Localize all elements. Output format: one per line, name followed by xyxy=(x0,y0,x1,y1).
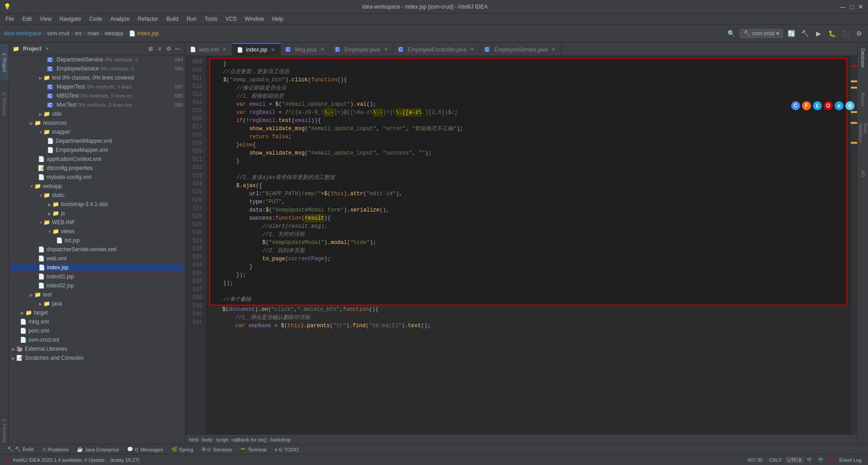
tab-webxml[interactable]: 📄 web.xml ✕ xyxy=(185,43,232,56)
ie-icon[interactable]: e xyxy=(835,101,844,110)
sidebar-item-WEBINF[interactable]: ▼ 📁 WEB-INF xyxy=(9,218,185,227)
sidebar-item-pomxml[interactable]: 📄 pom.xml xyxy=(9,326,185,335)
status-s-item[interactable]: S xyxy=(827,456,836,464)
sidebar-item-mapper[interactable]: ▼ 📁 mapper xyxy=(9,127,185,136)
editor-bc-script[interactable]: script xyxy=(216,437,228,442)
sidebar-item-dispatcherServlet[interactable]: 📄 dispatcherServlet-servlet.xml xyxy=(9,245,185,254)
tab-employeejava[interactable]: C Employee.java ✕ xyxy=(330,43,394,56)
bc-item-2[interactable]: ssm-crud xyxy=(47,30,69,37)
sidebar-item-mbgxml[interactable]: 📄 mbg.xml xyxy=(9,317,185,326)
editor-bc-body[interactable]: body xyxy=(202,437,212,442)
sidebar-item-MBGTest[interactable]: C MBGTest 0% methods, 0 lines co 588 xyxy=(9,91,185,100)
maximize-button[interactable]: □ xyxy=(848,3,855,10)
menu-item-window[interactable]: Window xyxy=(241,15,268,23)
sidebar-item-js[interactable]: ▶ 📁 js xyxy=(9,209,185,218)
database-panel-icon[interactable]: Database xyxy=(859,44,868,71)
bc-item-6[interactable]: 📄 index.jsp xyxy=(129,30,159,37)
sidebar-ctrl-2[interactable]: ≡ xyxy=(156,45,163,52)
sidebar-item-utils[interactable]: ▶ 📁 utils xyxy=(9,109,185,118)
sidebar-item-appContext[interactable]: 📄 applicationContext.xml xyxy=(9,155,185,164)
sidebar-ctrl-hide[interactable]: — xyxy=(174,45,181,52)
menu-item-tools[interactable]: Tools xyxy=(201,15,221,23)
sidebar-item-views[interactable]: ▼ 📁 views xyxy=(9,227,185,236)
java-enterprise-btn[interactable]: ☕ Java Enterprise xyxy=(73,446,123,453)
menu-item-refactor[interactable]: Refactor xyxy=(134,15,162,23)
sidebar-item-MapperTest[interactable]: C MapperTest 0% methods, 0 lines 587 xyxy=(9,82,185,91)
sidebar-item-listjsp[interactable]: 📄 list.jsp xyxy=(9,236,185,245)
crlf-item[interactable]: CRLF xyxy=(766,457,785,463)
close-button[interactable]: ✕ xyxy=(857,3,864,10)
idea-message-item[interactable]: ⚠ IntelliJ IDEA 2020.1.4 available: // U… xyxy=(4,455,741,465)
indent-item[interactable]: 中 xyxy=(804,456,815,463)
sidebar-item-webxml[interactable]: 📄 web.xml xyxy=(9,254,185,263)
menu-item-run[interactable]: Run xyxy=(183,15,200,23)
tab-employeeservice[interactable]: C EmployeeService.java ✕ xyxy=(480,43,561,56)
build-icon[interactable]: 🔨 xyxy=(799,28,810,39)
sidebar-item-bootstrap[interactable]: ▶ 📁 bootstrap-3.4.1-dist xyxy=(9,200,185,209)
code-content[interactable]: } //点击更新，更新员工信息 $("#emp_update_btn").cli… xyxy=(206,56,851,434)
sidebar-item-EmployeeMapper[interactable]: 📄 EmployeeMapper.xml xyxy=(9,146,185,155)
maven-panel-icon[interactable]: Maven xyxy=(859,86,868,113)
editor-bc-html[interactable]: html xyxy=(189,437,198,442)
window-controls[interactable]: — □ ✕ xyxy=(839,3,864,10)
minimize-button[interactable]: — xyxy=(839,3,846,10)
sidebar-item-target[interactable]: ▶ 📁 target xyxy=(9,308,185,317)
settings-icon[interactable]: ⚙ xyxy=(854,28,864,39)
project-selector[interactable]: 🔨 ssm-crud ▾ xyxy=(740,29,783,38)
sidebar-item-java[interactable]: ▶ 📁 java xyxy=(9,299,185,308)
tab-indexjsp-close[interactable]: ✕ xyxy=(270,47,276,53)
chrome-icon[interactable]: C xyxy=(791,101,800,110)
sidebar-item-test2[interactable]: ▶ 📁 test xyxy=(9,290,185,299)
sidebar-item-static[interactable]: ▼ 📁 static xyxy=(9,191,185,200)
debug-icon[interactable]: 🐛 xyxy=(826,28,837,39)
sidebar-item-index02jsp[interactable]: 📄 index02.jsp xyxy=(9,281,185,290)
problems-btn[interactable]: ⚠ Problems xyxy=(38,446,72,453)
sidebar-ctrl-3[interactable]: ⚙ xyxy=(165,45,172,52)
sidebar-item-EmployeeService[interactable]: C EmployeeService 0% methods, 0 585 xyxy=(9,64,185,73)
tab-msgjava-close[interactable]: ✕ xyxy=(320,47,326,52)
search-everywhere-icon[interactable]: 🔍 xyxy=(726,28,737,39)
menu-item-analyze[interactable]: Analyze xyxy=(107,15,133,23)
tab-employeecontroller[interactable]: C EmployeeController.java ✕ xyxy=(394,43,480,56)
tab-employeejava-close[interactable]: ✕ xyxy=(383,47,389,52)
messages-btn[interactable]: 💬 0: Messages xyxy=(123,446,166,453)
safari-icon[interactable]: S xyxy=(845,101,854,110)
opera-icon[interactable]: O xyxy=(824,101,833,110)
sidebar-item-scratches[interactable]: ▶ 📝 Scratches and Consoles xyxy=(9,353,185,362)
editor-bc-callback[interactable]: callback for on() xyxy=(231,437,267,442)
position-item[interactable]: 487:30 xyxy=(745,457,765,463)
sidebar-item-test[interactable]: ▶ 📁 test 0% classes, 0% lines covered xyxy=(9,73,185,82)
menu-item-file[interactable]: File xyxy=(2,15,18,23)
firefox-icon[interactable]: F xyxy=(802,101,811,110)
sidebar-item-resources[interactable]: ▶ 📁 resources xyxy=(9,118,185,127)
event-log-item[interactable]: Event Log xyxy=(836,457,864,463)
sidebar-item-MvcTest[interactable]: C MvcTest 0% methods, 0 lines cov 589 xyxy=(9,100,185,109)
bc-item-5[interactable]: webapp xyxy=(104,30,123,37)
run-icon[interactable]: ▶ xyxy=(813,28,824,39)
menu-item-view[interactable]: View xyxy=(36,15,55,23)
sidebar-item-external-libs[interactable]: ▶ 📚 External Libraries xyxy=(9,344,185,353)
tab-msgjava[interactable]: C Msg.java ✕ xyxy=(281,43,330,56)
bean-validation-panel-icon[interactable]: Bean Validation xyxy=(859,123,868,150)
encoding-item[interactable]: UTF-8 xyxy=(785,457,803,463)
tab-employeecontroller-close[interactable]: ✕ xyxy=(469,47,475,52)
sidebar-ctrl-1[interactable]: ⊞ xyxy=(147,45,154,52)
sidebar-item-mybatis[interactable]: 📄 mybatis-config.xml xyxy=(9,173,185,182)
lang-item[interactable]: 中 xyxy=(816,456,826,463)
stop-icon[interactable]: ⬛ xyxy=(840,28,851,39)
tab-indexjsp[interactable]: 📄 index.jsp ✕ xyxy=(232,43,281,56)
services-btn[interactable]: ⚙ 0: Services xyxy=(198,446,236,453)
project-icon[interactable]: 1: Project xyxy=(0,44,9,80)
spring-btn[interactable]: 🌿 Spring xyxy=(168,446,197,453)
menu-item-code[interactable]: Code xyxy=(85,15,106,23)
menu-item-navigate[interactable]: Navigate xyxy=(56,15,85,23)
terminal-btn[interactable]: 📟 Terminal xyxy=(236,446,270,453)
bc-item-3[interactable]: src xyxy=(75,30,82,37)
sidebar-item-indexjsp[interactable]: 📄 index.jsp xyxy=(9,263,185,272)
sync-icon[interactable]: 🔄 xyxy=(786,28,797,39)
sidebar-item-DepartmentMapper[interactable]: 📄 DepartmentMapper.xml xyxy=(9,136,185,146)
bc-item-1[interactable]: idea-workspace xyxy=(4,30,42,37)
sidebar-item-DepartmentService[interactable]: C DepartmentService 0% methods, 0 584 xyxy=(9,55,185,64)
menu-item-help[interactable]: Help xyxy=(269,15,287,23)
menu-item-build[interactable]: Build xyxy=(163,15,182,23)
